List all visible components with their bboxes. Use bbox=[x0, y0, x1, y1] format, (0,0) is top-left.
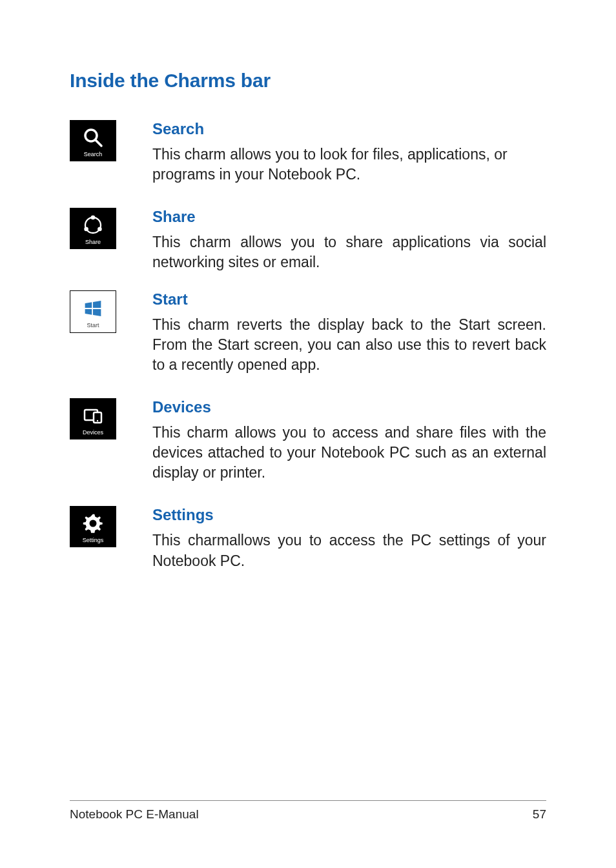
search-tile-label: Search bbox=[84, 151, 103, 157]
svg-marker-9 bbox=[93, 309, 101, 316]
svg-point-13 bbox=[90, 520, 97, 527]
charm-text: Settings This charmallows you to access … bbox=[152, 506, 546, 570]
charm-row-search: Search Search This charm allows you to l… bbox=[70, 120, 546, 185]
svg-marker-7 bbox=[93, 301, 101, 308]
share-tile: Share bbox=[70, 208, 116, 249]
start-tile-label: Start bbox=[87, 322, 99, 328]
svg-marker-6 bbox=[85, 302, 92, 308]
share-icon bbox=[82, 214, 104, 236]
charm-title: Share bbox=[152, 208, 546, 226]
settings-tile-label: Settings bbox=[83, 537, 104, 543]
charm-body: This charm allows you to share applicati… bbox=[152, 232, 546, 272]
svg-point-3 bbox=[91, 216, 96, 220]
page-footer: Notebook PC E-Manual 57 bbox=[70, 800, 546, 822]
settings-tile: Settings bbox=[70, 506, 116, 547]
charm-text: Start This charm reverts the display bac… bbox=[152, 290, 546, 375]
charm-title: Start bbox=[152, 290, 546, 308]
charm-title: Devices bbox=[152, 398, 546, 416]
devices-tile: Devices bbox=[70, 398, 116, 439]
charm-title: Search bbox=[152, 120, 546, 138]
devices-icon bbox=[82, 405, 104, 427]
gear-icon bbox=[82, 512, 104, 534]
charm-text: Share This charm allows you to share app… bbox=[152, 208, 546, 272]
charm-body: This charm reverts the display back to t… bbox=[152, 315, 546, 375]
page: Inside the Charms bar Search Search This… bbox=[0, 0, 616, 868]
charm-text: Devices This charm allows you to access … bbox=[152, 398, 546, 483]
charm-row-devices: Devices Devices This charm allows you to… bbox=[70, 398, 546, 483]
section-heading: Inside the Charms bar bbox=[70, 70, 546, 92]
svg-marker-8 bbox=[85, 309, 92, 315]
charm-body: This charmallows you to access the PC se… bbox=[152, 530, 546, 570]
search-icon bbox=[82, 126, 104, 148]
charm-row-start: Start Start This charm reverts the displ… bbox=[70, 290, 546, 375]
charm-body: This charm allows you to look for files,… bbox=[152, 145, 546, 185]
page-number: 57 bbox=[533, 807, 546, 822]
svg-point-5 bbox=[84, 227, 88, 232]
share-tile-label: Share bbox=[85, 239, 101, 245]
charm-body: This charm allows you to access and shar… bbox=[152, 423, 546, 483]
charm-row-share: Share Share This charm allows you to sha… bbox=[70, 208, 546, 272]
footer-title: Notebook PC E-Manual bbox=[70, 807, 199, 822]
search-tile: Search bbox=[70, 120, 116, 161]
svg-point-12 bbox=[97, 420, 98, 421]
start-tile: Start bbox=[70, 290, 116, 333]
windows-start-icon bbox=[82, 298, 104, 319]
charm-row-settings: Settings Settings This charmallows you t… bbox=[70, 506, 546, 570]
charm-title: Settings bbox=[152, 506, 546, 524]
devices-tile-label: Devices bbox=[83, 429, 103, 436]
charm-text: Search This charm allows you to look for… bbox=[152, 120, 546, 185]
svg-point-4 bbox=[98, 227, 102, 232]
svg-line-1 bbox=[96, 140, 101, 146]
